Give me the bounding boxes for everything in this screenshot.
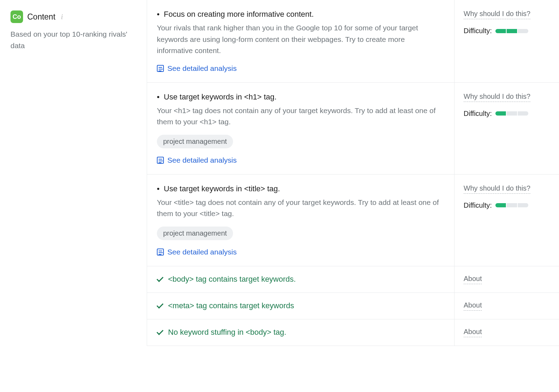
- passed-meta: About: [454, 319, 559, 346]
- difficulty-meter: [495, 29, 528, 33]
- about-link[interactable]: About: [464, 301, 482, 311]
- passed-meta: About: [454, 293, 559, 319]
- why-should-i-do-this-link[interactable]: Why should I do this?: [464, 184, 530, 194]
- sidebar-subtitle: Based on your top 10-ranking rivals' dat…: [10, 29, 136, 51]
- passed-title-text: <body> tag contains target keywords.: [168, 275, 296, 284]
- content-badge-icon: Co: [10, 10, 23, 23]
- issue-cell: • Focus on creating more informative con…: [147, 0, 454, 82]
- passed-title-text: No keyword stuffing in <body> tag.: [168, 328, 286, 337]
- difficulty-label: Difficulty:: [464, 27, 492, 35]
- issue-title: • Use target keywords in <h1> tag.: [157, 93, 442, 102]
- why-should-i-do-this-link[interactable]: Why should I do this?: [464, 93, 530, 102]
- difficulty-row: Difficulty:: [464, 27, 550, 35]
- sidebar-header: Co Content i: [10, 10, 136, 23]
- issue-title: • Use target keywords in <title> tag.: [157, 184, 442, 193]
- bullet-icon: •: [157, 10, 160, 19]
- why-should-i-do-this-link[interactable]: Why should I do this?: [464, 10, 530, 19]
- about-link[interactable]: About: [464, 275, 482, 284]
- detail-link-text: See detailed analysis: [167, 248, 237, 256]
- bullet-icon: •: [157, 93, 160, 102]
- passed-cell: <meta> tag contains target keywords: [147, 293, 454, 319]
- passed-title: <meta> tag contains target keywords: [157, 301, 442, 310]
- difficulty-label: Difficulty:: [464, 110, 492, 118]
- difficulty-meter: [495, 203, 528, 207]
- passed-title: <body> tag contains target keywords.: [157, 275, 442, 284]
- see-detailed-analysis-link[interactable]: See detailed analysis: [157, 248, 442, 256]
- about-link[interactable]: About: [464, 328, 482, 337]
- issue-description: Your <h1> tag does not contain any of yo…: [157, 105, 442, 128]
- document-icon: [157, 157, 164, 164]
- issue-meta: Why should I do this? Difficulty:: [454, 175, 559, 266]
- passed-cell: <body> tag contains target keywords.: [147, 266, 454, 293]
- see-detailed-analysis-link[interactable]: See detailed analysis: [157, 64, 442, 73]
- detail-link-text: See detailed analysis: [167, 64, 237, 73]
- see-detailed-analysis-link[interactable]: See detailed analysis: [157, 156, 442, 164]
- issue-row: • Focus on creating more informative con…: [147, 0, 559, 83]
- issue-description: Your rivals that rank higher than you in…: [157, 22, 442, 57]
- issue-title-text: Use target keywords in <title> tag.: [164, 184, 280, 193]
- issue-cell: • Use target keywords in <title> tag. Yo…: [147, 175, 454, 266]
- passed-title-text: <meta> tag contains target keywords: [168, 301, 294, 310]
- issue-title: • Focus on creating more informative con…: [157, 10, 442, 19]
- keyword-chip[interactable]: project management: [157, 227, 233, 240]
- document-icon: [157, 249, 164, 256]
- passed-cell: No keyword stuffing in <body> tag.: [147, 319, 454, 346]
- difficulty-row: Difficulty:: [464, 110, 550, 118]
- passed-title: No keyword stuffing in <body> tag.: [157, 328, 442, 337]
- sidebar: Co Content i Based on your top 10-rankin…: [0, 0, 147, 346]
- info-icon[interactable]: i: [61, 13, 63, 21]
- check-icon: [157, 328, 164, 335]
- issue-description: Your <title> tag does not contain any of…: [157, 197, 442, 220]
- issue-title-text: Use target keywords in <h1> tag.: [164, 93, 277, 101]
- main-panel: • Focus on creating more informative con…: [147, 0, 559, 346]
- check-icon: [157, 302, 164, 309]
- difficulty-row: Difficulty:: [464, 201, 550, 209]
- issue-row: • Use target keywords in <h1> tag. Your …: [147, 83, 559, 175]
- passed-row: <body> tag contains target keywords. Abo…: [147, 266, 559, 293]
- issue-meta: Why should I do this? Difficulty:: [454, 83, 559, 174]
- difficulty-label: Difficulty:: [464, 201, 492, 209]
- detail-link-text: See detailed analysis: [167, 156, 237, 164]
- keyword-chip[interactable]: project management: [157, 135, 233, 148]
- document-icon: [157, 65, 164, 72]
- passed-meta: About: [454, 266, 559, 293]
- passed-row: <meta> tag contains target keywords Abou…: [147, 293, 559, 319]
- sidebar-title: Content: [27, 12, 56, 22]
- bullet-icon: •: [157, 184, 160, 193]
- check-icon: [157, 275, 164, 282]
- passed-row: No keyword stuffing in <body> tag. About: [147, 319, 559, 346]
- issue-title-text: Focus on creating more informative conte…: [164, 10, 314, 19]
- issue-meta: Why should I do this? Difficulty:: [454, 0, 559, 82]
- page-root: Co Content i Based on your top 10-rankin…: [0, 0, 559, 346]
- issue-cell: • Use target keywords in <h1> tag. Your …: [147, 83, 454, 174]
- difficulty-meter: [495, 111, 528, 116]
- issue-row: • Use target keywords in <title> tag. Yo…: [147, 175, 559, 266]
